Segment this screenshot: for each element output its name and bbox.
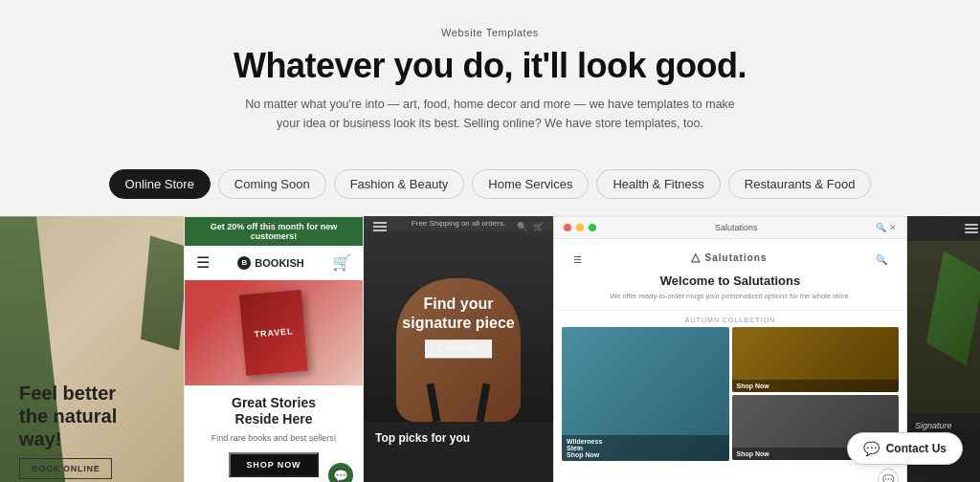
tab-home-services[interactable]: Home Services <box>472 169 589 199</box>
bookish-logo-text: BOOKISH <box>255 257 303 269</box>
salutations-product-2-label: Shop Now <box>732 380 900 392</box>
titlebar-dot-red <box>564 224 571 231</box>
chair-menu-icon[interactable] <box>373 226 387 228</box>
bookish-chat-icon[interactable]: 💬 <box>328 463 353 482</box>
chair-product-image: Find yoursignature piece EXPLORE <box>364 230 553 422</box>
salutations-logo-name: Salutations <box>705 252 768 263</box>
contact-button-label: Contact Us <box>886 442 947 455</box>
salutations-product-2: Shop Now <box>732 327 900 392</box>
chair-headline: Find yoursignature piece <box>364 296 553 332</box>
chair-caption: Top picks for you <box>364 422 553 454</box>
salutations-product-1-label: WildernessSteinShop Now <box>562 435 729 461</box>
page-description: No matter what you're into — art, food, … <box>241 95 739 133</box>
bookish-book-image: TRAVEL <box>185 280 363 385</box>
tab-health-fitness[interactable]: Health & Fitness <box>596 169 720 199</box>
chair-cart-icon[interactable]: 🛒 <box>533 222 544 231</box>
chair-explore-button[interactable]: EXPLORE <box>425 340 491 358</box>
salutations-product-1: WildernessSteinShop Now <box>562 327 729 461</box>
page-subtitle: Website Templates <box>19 27 961 38</box>
chair-header-right: 🔍 🛒 <box>517 222 544 231</box>
partial-menu-icon[interactable] <box>965 224 978 233</box>
partial-leaf-decoration <box>926 251 980 365</box>
chair-overlay-text: Find yoursignature piece EXPLORE <box>364 296 553 358</box>
bookish-cart-icon[interactable]: 🛒 <box>332 253 351 272</box>
contact-icon: 💬 <box>863 441 880 456</box>
salutations-collection-label: AUTUMN COLLECTION <box>554 310 906 327</box>
template-bookish[interactable]: Get 20% off this month for new customers… <box>184 216 364 482</box>
bookish-logo: B BOOKISH <box>237 256 303 270</box>
bookish-title: Great StoriesReside Here <box>198 395 349 427</box>
tab-coming-soon[interactable]: Coming Soon <box>218 169 326 199</box>
salutations-heading: Welcome to Salutations <box>573 274 887 288</box>
aloe-shop-button[interactable]: BOOK ONLINE <box>19 458 112 479</box>
aloe-text-content: Feel betterthe natural way! BOOK ONLINE <box>19 382 165 479</box>
salutations-chat-icon[interactable]: 💬 <box>878 469 899 482</box>
salutations-subtext: We offer ready-to-order mugs your person… <box>573 292 887 302</box>
salutations-search-icon[interactable]: 🔍 <box>876 254 887 265</box>
salutations-logo-icon: △ <box>691 251 701 264</box>
tab-fashion-beauty[interactable]: Fashion & Beauty <box>334 169 465 199</box>
tab-restaurants-food[interactable]: Restaurants & Food <box>728 169 872 199</box>
chair-search-icon[interactable]: 🔍 <box>517 222 527 231</box>
template-row-1: Feel betterthe natural way! BOOK ONLINE … <box>0 216 980 482</box>
salutations-tab-label: Salutations <box>601 223 871 232</box>
bookish-banner: Get 20% off this month for new customers… <box>185 217 363 246</box>
salutations-menu-icon[interactable]: ☰ <box>573 254 582 265</box>
tab-online-store[interactable]: Online Store <box>109 169 211 199</box>
contact-us-button[interactable]: 💬 Contact Us <box>847 432 963 465</box>
partial-nav <box>907 216 980 241</box>
chair-header: 🔍 🛒 <box>364 216 553 237</box>
bookish-menu-icon[interactable]: ☰ <box>196 253 210 272</box>
header: Website Templates Whatever you do, it'll… <box>0 0 980 169</box>
titlebar-icons: 🔍 ✕ <box>876 223 897 232</box>
salutations-topbar: ☰ △ Salutations 🔍 <box>573 251 887 268</box>
template-aloe[interactable]: Feel betterthe natural way! BOOK ONLINE <box>0 216 184 482</box>
template-chair[interactable]: Free Shipping on all orders. 🔍 🛒 Find yo… <box>364 216 553 482</box>
page-headline: Whatever you do, it'll look good. <box>19 46 961 85</box>
aloe-headline: Feel betterthe natural way! <box>19 382 165 450</box>
bookish-desc: Find rare books and best sellers! <box>198 433 349 443</box>
titlebar-dot-green <box>589 224 596 231</box>
filter-tabs: Online Store Coming Soon Fashion & Beaut… <box>0 169 980 216</box>
bookish-shop-button[interactable]: SHOP NOW <box>229 452 318 477</box>
salutations-logo: △ Salutations <box>691 251 768 264</box>
salutations-titlebar: Salutations 🔍 ✕ <box>554 217 906 239</box>
titlebar-dot-yellow <box>576 224 584 231</box>
partial-product-image <box>907 241 980 413</box>
bookish-header: ☰ B BOOKISH 🛒 <box>185 246 363 280</box>
bookish-logo-icon: B <box>237 256 251 270</box>
salutations-header: ☰ △ Salutations 🔍 Welcome to Salutations… <box>554 239 906 310</box>
